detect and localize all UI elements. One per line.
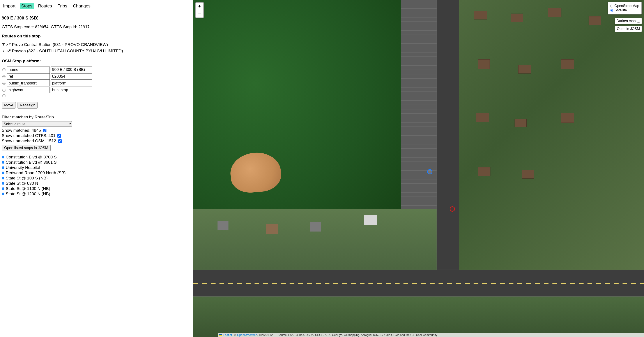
remove-tag-icon[interactable] (2, 88, 6, 92)
add-tag-icon[interactable] (2, 94, 6, 98)
remove-tag-icon[interactable] (2, 68, 6, 72)
unmatched-gtfs-label: Show unmatched GTFS: (2, 133, 47, 138)
stop-list-label: University Hospital (6, 165, 40, 170)
move-button[interactable]: Move (2, 102, 16, 108)
unmatched-osm-checkbox[interactable] (58, 139, 62, 143)
map-attribution: Leaflet | © OpenStreetMap, Tiles © Esri … (218, 333, 644, 337)
osm-stop-marker[interactable] (450, 206, 455, 212)
tab-routes[interactable]: Routes (37, 3, 53, 9)
darken-map-toggle[interactable]: Darken map (615, 18, 642, 24)
stop-list-label: State St @ 830 N (6, 181, 38, 186)
open-in-josm-label: Open in JOSM (617, 27, 640, 31)
stop-list-item[interactable]: Redwood Road / 700 North (SB) (2, 170, 192, 176)
trend-icon (6, 42, 11, 48)
satellite-imagery (193, 0, 644, 337)
stop-dot-icon (2, 156, 4, 158)
stop-list-item[interactable]: State St @ 830 N (2, 181, 192, 186)
gtfs-stop-marker[interactable] (427, 169, 432, 174)
tag-key-input[interactable] (7, 80, 50, 86)
tag-editor (2, 66, 192, 93)
layer-osm-radio[interactable] (610, 4, 613, 7)
darken-map-label: Darken map (616, 19, 636, 23)
layer-satellite[interactable]: Satellite (610, 8, 639, 12)
tag-row (2, 66, 192, 73)
open-in-josm-button[interactable]: Open in JOSM (615, 26, 642, 32)
tag-key-input[interactable] (7, 87, 50, 93)
stop-list-label: Constitution Blvd @ 3601 S (6, 160, 57, 165)
stop-list-item[interactable]: State St @ 1200 N (NB) (2, 191, 192, 197)
layer-switcher: OpenStreetMap Satellite (608, 2, 642, 14)
tab-changes[interactable]: Changes (72, 3, 92, 9)
sidebar: Import Stops Routes Trips Changes 900 E … (0, 0, 193, 337)
stop-list-item[interactable]: State St @ 1100 N (NB) (2, 186, 192, 191)
open-listed-josm-button[interactable]: Open listed stops in JOSM (2, 145, 50, 151)
attrib-sep: | © (233, 333, 237, 337)
filter-icon (2, 42, 5, 48)
stop-title: 900 E / 300 S (SB) (2, 15, 192, 20)
ukraine-flag-icon (219, 334, 222, 336)
matched-label: Show matched: (2, 128, 30, 133)
stop-dot-icon (2, 177, 4, 179)
osm-link[interactable]: OpenStreetMap (237, 333, 257, 337)
stop-list-label: Constitution Blvd @ 3700 S (6, 155, 57, 160)
map-pane[interactable]: + − OpenStreetMap Satellite Darken map O… (193, 0, 644, 337)
stop-list-item[interactable]: University Hospital (2, 165, 192, 170)
matched-checkbox[interactable] (43, 129, 46, 132)
layer-sat-label: Satellite (614, 8, 627, 12)
unmatched-osm-count: 1512 (47, 138, 56, 143)
tag-value-input[interactable] (50, 66, 92, 73)
stop-dot-icon (2, 166, 4, 169)
tab-trips[interactable]: Trips (56, 3, 68, 9)
stop-dot-icon (2, 187, 4, 190)
stop-list-item[interactable]: Constitution Blvd @ 3700 S (2, 154, 192, 160)
trend-icon (6, 48, 11, 54)
remove-tag-icon[interactable] (2, 81, 6, 86)
tag-key-input[interactable] (7, 73, 50, 80)
tag-row (2, 80, 192, 86)
stop-dot-icon (2, 161, 4, 164)
stop-dot-icon (2, 172, 4, 174)
gtfs-id-label: GTFS Stop id: (51, 24, 77, 29)
layer-sat-radio[interactable] (610, 9, 613, 12)
filter-icon (2, 48, 5, 54)
route-item: Provo Central Station (831 - PROVO GRAND… (2, 41, 192, 48)
tab-import[interactable]: Import (2, 3, 17, 9)
tag-value-input[interactable] (50, 87, 92, 93)
gtfs-info: GTFS Stop code: 820054, GTFS Stop id: 21… (2, 24, 192, 29)
routes-list: Provo Central Station (831 - PROVO GRAND… (2, 41, 192, 54)
reassign-button[interactable]: Reassign (18, 102, 38, 108)
zoom-control: + − (196, 2, 204, 18)
route-select[interactable]: Select a route (2, 121, 72, 127)
gtfs-code-value: 820054 (35, 25, 48, 29)
layer-osm[interactable]: OpenStreetMap (610, 4, 639, 8)
top-tabs: Import Stops Routes Trips Changes (2, 2, 192, 10)
tag-value-input[interactable] (50, 80, 92, 86)
layer-osm-label: OpenStreetMap (614, 4, 639, 8)
tag-row (2, 73, 192, 80)
tab-stops[interactable]: Stops (20, 3, 34, 9)
unmatched-gtfs-checkbox[interactable] (58, 134, 61, 138)
gtfs-code-label: GTFS Stop code: (2, 24, 34, 29)
tag-value-input[interactable] (50, 73, 92, 80)
stop-list-label: Redwood Road / 700 North (SB) (6, 170, 66, 175)
tag-row (2, 87, 192, 93)
stop-list-label: State St @ 100 S (NB) (6, 176, 48, 181)
zoom-out-button[interactable]: − (196, 10, 203, 17)
tag-key-input[interactable] (7, 66, 50, 73)
route-text: Payson (822 - SOUTH UTAH COUNTY BYU/UVU … (12, 48, 123, 53)
remove-tag-icon[interactable] (2, 74, 6, 79)
darken-map-checkbox[interactable] (637, 20, 640, 22)
map-canvas[interactable]: + − OpenStreetMap Satellite Darken map O… (193, 0, 644, 337)
stop-list-item[interactable]: Constitution Blvd @ 3601 S (2, 160, 192, 165)
stop-dot-icon (2, 193, 4, 195)
divider (2, 153, 192, 153)
unmatched-gtfs-count: 401 (48, 133, 56, 138)
unmatched-osm-label: Show unmatched OSM: (2, 138, 46, 143)
stop-list-label: State St @ 1100 N (NB) (6, 186, 50, 191)
leaflet-link[interactable]: Leaflet (224, 333, 232, 337)
stop-list: Constitution Blvd @ 3700 SConstitution B… (2, 154, 192, 197)
matched-count: 4845 (32, 128, 41, 133)
zoom-in-button[interactable]: + (196, 3, 203, 10)
stop-list-item[interactable]: State St @ 100 S (NB) (2, 176, 192, 181)
stop-list-label: State St @ 1200 N (NB) (6, 191, 50, 196)
